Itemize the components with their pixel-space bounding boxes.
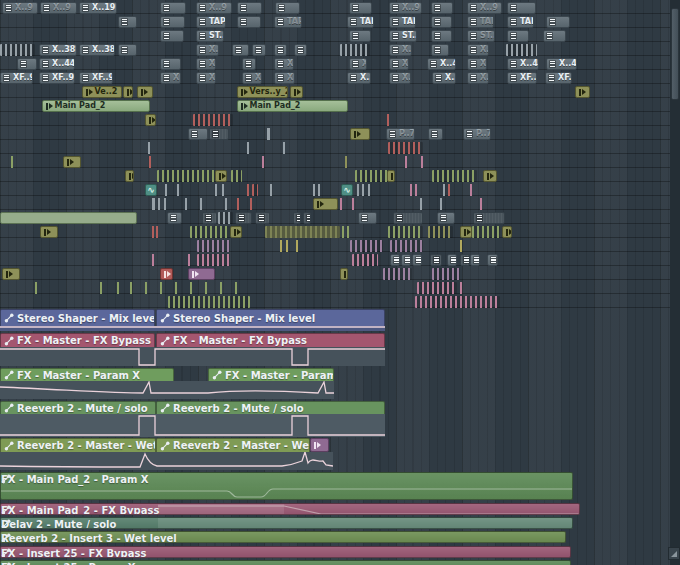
note-tick[interactable] xyxy=(205,282,207,294)
pattern-clip[interactable]: XF..9 xyxy=(39,72,75,84)
pattern-clip[interactable] xyxy=(17,58,37,70)
pattern-clip[interactable]: X..44 xyxy=(507,58,539,70)
pattern-clip[interactable] xyxy=(235,212,252,224)
pattern-clip[interactable]: TAP xyxy=(274,16,302,28)
pattern-clip[interactable]: X..9 xyxy=(40,2,77,14)
pattern-clip[interactable]: X..9 xyxy=(347,72,371,84)
note-tick[interactable] xyxy=(152,226,154,238)
mini-clip[interactable] xyxy=(123,86,133,98)
pattern-clip[interactable] xyxy=(431,16,452,28)
pattern-clip[interactable] xyxy=(487,254,498,266)
note-tick[interactable] xyxy=(148,142,150,154)
note-tick-cluster[interactable] xyxy=(352,254,378,266)
pattern-clip[interactable]: X..9 xyxy=(196,2,232,14)
note-tick[interactable] xyxy=(347,226,349,238)
mini-clip[interactable] xyxy=(340,268,348,280)
note-tick[interactable] xyxy=(222,184,224,196)
mini-clip[interactable] xyxy=(502,226,512,238)
pattern-clip[interactable] xyxy=(543,30,566,42)
note-tick-cluster[interactable] xyxy=(218,212,233,224)
note-tick-cluster[interactable] xyxy=(197,240,230,252)
mini-clip[interactable] xyxy=(313,198,338,210)
automation-clip-header[interactable]: Reeverb 2 - Master - Wet level xyxy=(0,438,156,452)
automation-clip-header[interactable]: FX - Master - Param X xyxy=(0,368,174,381)
pattern-clip[interactable]: XF..9 xyxy=(507,72,537,84)
pattern-clip[interactable] xyxy=(237,16,261,28)
pattern-clip[interactable] xyxy=(188,128,208,140)
note-tick[interactable] xyxy=(410,184,412,196)
pattern-clip[interactable] xyxy=(160,2,186,14)
pattern-clip[interactable] xyxy=(349,30,371,42)
note-tick-cluster[interactable] xyxy=(388,226,423,238)
pattern-clip[interactable]: X..4 xyxy=(196,58,216,70)
mini-clip[interactable]: Vers..y_2 xyxy=(237,86,288,98)
note-tick-cluster[interactable] xyxy=(428,226,453,238)
pattern-clip[interactable]: XF..9 xyxy=(79,72,113,84)
note-tick[interactable] xyxy=(185,198,187,210)
pattern-clip[interactable]: TAP xyxy=(347,16,374,28)
note-tick[interactable] xyxy=(345,156,347,168)
note-tick[interactable] xyxy=(460,240,462,252)
note-tick-cluster[interactable] xyxy=(415,296,500,308)
note-tick[interactable] xyxy=(165,184,167,196)
note-tick-cluster[interactable] xyxy=(340,44,370,56)
note-tick[interactable] xyxy=(158,198,160,210)
pattern-clip[interactable]: X..9 xyxy=(160,72,181,84)
note-tick[interactable] xyxy=(318,184,320,196)
pattern-clip[interactable]: P..7 xyxy=(463,128,491,140)
pattern-clip[interactable] xyxy=(160,58,181,70)
note-tick[interactable] xyxy=(420,198,422,210)
pattern-clip[interactable]: X..4 xyxy=(274,58,294,70)
automation-clip-header[interactable]: FX - Master - FX Bypass xyxy=(156,333,385,347)
pattern-clip[interactable] xyxy=(160,30,184,42)
vertical-scrollbar[interactable] xyxy=(670,0,680,565)
note-tick-cluster[interactable] xyxy=(472,226,500,238)
pattern-clip[interactable] xyxy=(546,16,570,28)
mini-clip[interactable] xyxy=(160,268,173,280)
pattern-clip[interactable] xyxy=(393,212,423,224)
pattern-clip[interactable] xyxy=(358,212,377,224)
pattern-clip[interactable] xyxy=(473,212,505,224)
automation-clip-full[interactable]: FX - Insert 25 - FX Bypass xyxy=(0,546,571,558)
note-tick[interactable] xyxy=(357,184,359,196)
note-tick[interactable] xyxy=(342,226,344,238)
note-tick[interactable] xyxy=(362,184,364,196)
pattern-clip[interactable] xyxy=(202,212,217,224)
automation-clip-full[interactable]: FX - Main Pad_2 - Param X xyxy=(0,472,573,500)
mini-clip[interactable] xyxy=(483,170,497,182)
mini-clip[interactable] xyxy=(137,86,153,98)
note-tick[interactable] xyxy=(283,142,285,154)
note-tick[interactable] xyxy=(387,114,389,126)
pattern-clip[interactable] xyxy=(293,212,301,224)
note-tick[interactable] xyxy=(448,184,450,196)
note-tick-cluster[interactable] xyxy=(231,170,242,182)
note-tick[interactable] xyxy=(100,282,102,294)
mini-clip[interactable]: Ve..2 xyxy=(82,86,122,98)
pattern-clip[interactable]: X..9 xyxy=(389,72,411,84)
pattern-clip[interactable]: X..44 xyxy=(546,58,577,70)
pattern-clip[interactable] xyxy=(349,2,372,14)
pattern-clip[interactable] xyxy=(390,254,400,266)
note-tick-cluster[interactable] xyxy=(190,226,230,238)
note-tick-cluster[interactable] xyxy=(168,296,250,308)
pattern-clip[interactable]: X..9 xyxy=(467,72,489,84)
automation-clip-body[interactable] xyxy=(0,347,385,366)
automation-clip-full[interactable]: FX - Main Pad_2 - FX Bypass xyxy=(0,503,580,515)
note-tick[interactable] xyxy=(247,142,249,154)
pattern-clip[interactable]: X..38 xyxy=(79,44,115,56)
note-tick[interactable] xyxy=(405,156,407,168)
note-tick[interactable] xyxy=(250,198,252,210)
pattern-clip[interactable] xyxy=(431,2,453,14)
automation-clip-header[interactable]: Reeverb 2 - Mute / solo xyxy=(156,401,385,414)
pattern-clip-plain[interactable] xyxy=(0,212,137,224)
pattern-clip[interactable] xyxy=(430,254,442,266)
pattern-clip[interactable] xyxy=(428,128,443,140)
automation-clip-full[interactable]: FX - Insert 25 - Param X xyxy=(0,560,571,565)
pattern-clip[interactable] xyxy=(294,44,307,56)
note-tick[interactable] xyxy=(200,198,202,210)
note-tick[interactable] xyxy=(352,198,354,210)
mini-clip[interactable] xyxy=(350,128,370,140)
note-tick-cluster[interactable] xyxy=(265,226,340,238)
pattern-clip[interactable] xyxy=(242,58,256,70)
note-tick[interactable] xyxy=(152,198,155,210)
